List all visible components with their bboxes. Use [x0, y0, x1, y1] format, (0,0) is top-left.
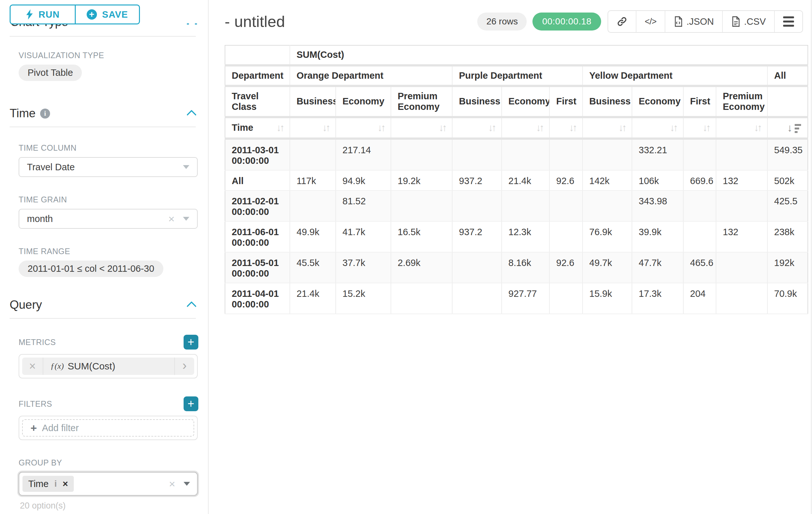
pivot-value-cell: 81.52: [336, 190, 391, 221]
pivot-value-cell: [391, 283, 452, 314]
time-grain-value: month: [27, 214, 53, 224]
pivot-value-cell: 37.7k: [336, 252, 391, 283]
chevron-up-icon[interactable]: [186, 110, 196, 120]
pivot-value-cell: 238k: [767, 221, 808, 252]
run-button[interactable]: RUN: [10, 5, 75, 23]
pivot-value-cell: 8.16k: [502, 252, 549, 283]
col-header: [767, 86, 808, 117]
pivot-value-cell: 92.6: [549, 170, 582, 190]
sort-toggle-icon[interactable]: ↓↑: [670, 122, 676, 134]
pivot-value-cell: 204: [683, 283, 716, 314]
chevron-right-icon[interactable]: ›: [174, 357, 194, 375]
sort-toggle-icon[interactable]: ↓↑: [488, 122, 495, 134]
section-divider: [10, 127, 196, 127]
row-count-badge: 26 rows: [477, 12, 527, 30]
viz-type-pill[interactable]: Pivot Table: [19, 64, 82, 81]
metrics-box: × ƒ(x) SUM(Cost) ›: [19, 354, 198, 378]
col-header: Premium Economy: [716, 86, 767, 117]
export-json-button[interactable]: .JSON: [665, 11, 722, 32]
metric-pill[interactable]: × ƒ(x) SUM(Cost) ›: [22, 357, 194, 375]
plus-icon: +: [30, 423, 37, 433]
sort-toggle-icon[interactable]: ↓↑: [618, 122, 625, 134]
row-header-cell: 2011-06-01 00:00:00: [225, 221, 290, 252]
sort-cell: ↓: [767, 117, 808, 138]
time-sort-cell: Time ↓↑: [225, 117, 290, 138]
chart-title[interactable]: - untitled: [225, 12, 285, 30]
group-by-tag-time[interactable]: Time i ×: [23, 476, 74, 492]
table-row: 2011-02-01 00:00:0081.52343.98425.5: [225, 190, 808, 221]
clear-icon[interactable]: ×: [169, 478, 175, 489]
filters-box: + Add filter: [19, 416, 198, 440]
chevron-down-icon[interactable]: [183, 165, 190, 169]
pivot-value-cell: [683, 221, 716, 252]
time-axis-label: Time: [232, 123, 253, 133]
view-query-button[interactable]: </>: [636, 11, 665, 32]
sort-toggle-icon[interactable]: ↓↑: [536, 122, 543, 134]
link-icon: [616, 16, 628, 27]
section-divider: [10, 318, 196, 319]
sort-toggle-icon[interactable]: ↓↑: [322, 122, 329, 134]
sort-toggle-icon[interactable]: ↓↑: [754, 122, 761, 134]
pivot-value-cell: 39.9k: [632, 221, 683, 252]
pivot-value-cell: 132: [716, 221, 767, 252]
pivot-value-cell: 132: [716, 170, 767, 190]
sort-toggle-icon[interactable]: ↓↑: [377, 122, 384, 134]
col-header: Economy: [632, 86, 683, 117]
export-csv-button[interactable]: .CSV: [722, 11, 774, 32]
pivot-value-cell: 927.77: [502, 283, 549, 314]
row-header-cell: 2011-04-01 00:00:00: [225, 283, 290, 314]
pivot-value-cell: 142k: [582, 170, 632, 190]
row-header-cell: 2011-02-01 00:00:00: [225, 190, 290, 221]
sort-toggle-icon[interactable]: ↓↑: [569, 122, 576, 134]
pivot-value-cell: [582, 138, 632, 170]
sort-toggle-icon[interactable]: ↓↑: [702, 122, 709, 134]
pivot-value-cell: 92.6: [549, 252, 582, 283]
save-button[interactable]: + SAVE: [75, 5, 139, 23]
chevron-down-icon[interactable]: [183, 217, 190, 221]
pivot-value-cell: [683, 190, 716, 221]
pivot-value-cell: [452, 252, 502, 283]
remove-metric-icon[interactable]: ×: [22, 357, 43, 375]
chevron-up-icon[interactable]: [186, 301, 196, 311]
filters-label: FILTERS +: [19, 397, 198, 411]
export-csv-label: .CSV: [744, 17, 766, 27]
time-column-select[interactable]: Travel Date: [19, 157, 198, 177]
clear-icon[interactable]: ×: [168, 213, 175, 224]
pane-resize-handle[interactable]: [187, 23, 197, 25]
chart-area: - untitled 26 rows 00:00:00.18 </>: [209, 0, 811, 514]
pivot-value-cell: 343.98: [632, 190, 683, 221]
pivot-value-cell: [716, 190, 767, 221]
chart-header: - untitled 26 rows 00:00:00.18 </>: [225, 0, 803, 35]
metric-main[interactable]: ƒ(x) SUM(Cost): [43, 357, 174, 375]
save-button-label: SAVE: [102, 9, 128, 20]
pivot-value-cell: 106k: [632, 170, 683, 190]
add-filter-button[interactable]: + Add filter: [22, 419, 194, 437]
pivot-table-container: SUM(Cost) Department Orange Department P…: [225, 45, 803, 314]
sort-desc-icon[interactable]: ↓: [787, 123, 802, 133]
remove-tag-icon[interactable]: ×: [63, 479, 68, 489]
query-section-title: Query: [10, 298, 42, 312]
time-column-label: TIME COLUMN: [19, 143, 198, 153]
add-filter-plus-button[interactable]: +: [183, 397, 198, 411]
table-row: 2011-06-01 00:00:0049.9k41.7k16.5k937.21…: [225, 221, 808, 252]
pivot-value-cell: [549, 221, 582, 252]
pivot-value-cell: [716, 283, 767, 314]
pivot-value-cell: 937.2: [452, 221, 502, 252]
pivot-value-cell: 425.5: [767, 190, 808, 221]
col-header: Premium Economy: [391, 86, 452, 117]
group-by-label: GROUP BY: [19, 458, 198, 467]
time-column-value: Travel Date: [27, 162, 75, 172]
time-range-pill[interactable]: 2011-01-01 ≤ col < 2011-06-30: [19, 261, 163, 277]
sort-cell: ↓↑: [716, 117, 767, 138]
sort-toggle-icon[interactable]: ↓↑: [439, 122, 445, 134]
group-by-select[interactable]: Time i × ×: [19, 472, 198, 496]
copy-link-button[interactable]: [608, 11, 636, 32]
more-menu-button[interactable]: [774, 11, 802, 32]
sort-toggle-icon[interactable]: ↓↑: [276, 122, 283, 134]
add-metric-button[interactable]: +: [183, 335, 198, 350]
time-grain-select[interactable]: month ×: [19, 209, 198, 229]
metrics-label-text: METRICS: [19, 337, 56, 347]
chevron-down-icon[interactable]: [183, 482, 190, 486]
pivot-value-cell: [502, 138, 549, 170]
col-header: First: [549, 86, 582, 117]
